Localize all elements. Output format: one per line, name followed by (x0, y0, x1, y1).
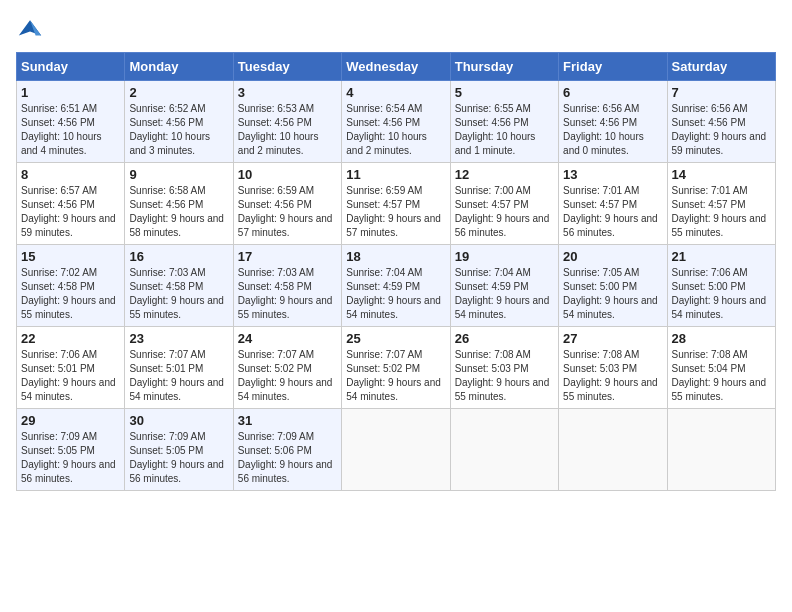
day-number: 21 (672, 249, 771, 264)
day-info: Sunrise: 6:59 AMSunset: 4:57 PMDaylight:… (346, 184, 445, 240)
calendar-cell: 23Sunrise: 7:07 AMSunset: 5:01 PMDayligh… (125, 327, 233, 409)
day-number: 10 (238, 167, 337, 182)
calendar-cell: 4Sunrise: 6:54 AMSunset: 4:56 PMDaylight… (342, 81, 450, 163)
calendar-cell: 2Sunrise: 6:52 AMSunset: 4:56 PMDaylight… (125, 81, 233, 163)
day-number: 12 (455, 167, 554, 182)
calendar-cell: 1Sunrise: 6:51 AMSunset: 4:56 PMDaylight… (17, 81, 125, 163)
calendar-cell: 19Sunrise: 7:04 AMSunset: 4:59 PMDayligh… (450, 245, 558, 327)
calendar-cell (450, 409, 558, 491)
day-info: Sunrise: 7:04 AMSunset: 4:59 PMDaylight:… (455, 266, 554, 322)
calendar-cell: 5Sunrise: 6:55 AMSunset: 4:56 PMDaylight… (450, 81, 558, 163)
calendar-cell: 11Sunrise: 6:59 AMSunset: 4:57 PMDayligh… (342, 163, 450, 245)
day-number: 7 (672, 85, 771, 100)
calendar-cell: 21Sunrise: 7:06 AMSunset: 5:00 PMDayligh… (667, 245, 775, 327)
calendar-cell: 9Sunrise: 6:58 AMSunset: 4:56 PMDaylight… (125, 163, 233, 245)
day-info: Sunrise: 7:03 AMSunset: 4:58 PMDaylight:… (129, 266, 228, 322)
day-info: Sunrise: 7:01 AMSunset: 4:57 PMDaylight:… (563, 184, 662, 240)
logo (16, 16, 48, 44)
day-info: Sunrise: 7:09 AMSunset: 5:05 PMDaylight:… (129, 430, 228, 486)
day-info: Sunrise: 7:06 AMSunset: 5:00 PMDaylight:… (672, 266, 771, 322)
calendar-week-row: 1Sunrise: 6:51 AMSunset: 4:56 PMDaylight… (17, 81, 776, 163)
day-info: Sunrise: 6:55 AMSunset: 4:56 PMDaylight:… (455, 102, 554, 158)
day-number: 1 (21, 85, 120, 100)
calendar-cell: 6Sunrise: 6:56 AMSunset: 4:56 PMDaylight… (559, 81, 667, 163)
day-number: 23 (129, 331, 228, 346)
calendar-cell: 17Sunrise: 7:03 AMSunset: 4:58 PMDayligh… (233, 245, 341, 327)
logo-icon (16, 16, 44, 44)
day-info: Sunrise: 6:59 AMSunset: 4:56 PMDaylight:… (238, 184, 337, 240)
day-info: Sunrise: 7:08 AMSunset: 5:03 PMDaylight:… (455, 348, 554, 404)
day-number: 19 (455, 249, 554, 264)
day-info: Sunrise: 7:07 AMSunset: 5:02 PMDaylight:… (346, 348, 445, 404)
calendar-cell: 10Sunrise: 6:59 AMSunset: 4:56 PMDayligh… (233, 163, 341, 245)
day-number: 9 (129, 167, 228, 182)
calendar-week-row: 8Sunrise: 6:57 AMSunset: 4:56 PMDaylight… (17, 163, 776, 245)
calendar-week-row: 15Sunrise: 7:02 AMSunset: 4:58 PMDayligh… (17, 245, 776, 327)
day-info: Sunrise: 6:54 AMSunset: 4:56 PMDaylight:… (346, 102, 445, 158)
day-number: 13 (563, 167, 662, 182)
calendar-cell: 13Sunrise: 7:01 AMSunset: 4:57 PMDayligh… (559, 163, 667, 245)
day-info: Sunrise: 6:51 AMSunset: 4:56 PMDaylight:… (21, 102, 120, 158)
day-info: Sunrise: 7:09 AMSunset: 5:06 PMDaylight:… (238, 430, 337, 486)
calendar-cell: 15Sunrise: 7:02 AMSunset: 4:58 PMDayligh… (17, 245, 125, 327)
day-info: Sunrise: 7:04 AMSunset: 4:59 PMDaylight:… (346, 266, 445, 322)
day-info: Sunrise: 6:57 AMSunset: 4:56 PMDaylight:… (21, 184, 120, 240)
calendar-table: SundayMondayTuesdayWednesdayThursdayFrid… (16, 52, 776, 491)
day-info: Sunrise: 6:56 AMSunset: 4:56 PMDaylight:… (672, 102, 771, 158)
column-header-saturday: Saturday (667, 53, 775, 81)
day-number: 6 (563, 85, 662, 100)
day-number: 8 (21, 167, 120, 182)
day-info: Sunrise: 7:09 AMSunset: 5:05 PMDaylight:… (21, 430, 120, 486)
day-number: 31 (238, 413, 337, 428)
day-number: 28 (672, 331, 771, 346)
calendar-cell: 16Sunrise: 7:03 AMSunset: 4:58 PMDayligh… (125, 245, 233, 327)
column-header-sunday: Sunday (17, 53, 125, 81)
calendar-cell (667, 409, 775, 491)
column-header-thursday: Thursday (450, 53, 558, 81)
day-info: Sunrise: 7:08 AMSunset: 5:03 PMDaylight:… (563, 348, 662, 404)
day-info: Sunrise: 6:58 AMSunset: 4:56 PMDaylight:… (129, 184, 228, 240)
calendar-cell: 27Sunrise: 7:08 AMSunset: 5:03 PMDayligh… (559, 327, 667, 409)
day-number: 27 (563, 331, 662, 346)
day-info: Sunrise: 7:03 AMSunset: 4:58 PMDaylight:… (238, 266, 337, 322)
column-header-tuesday: Tuesday (233, 53, 341, 81)
day-number: 11 (346, 167, 445, 182)
day-info: Sunrise: 6:56 AMSunset: 4:56 PMDaylight:… (563, 102, 662, 158)
column-header-friday: Friday (559, 53, 667, 81)
calendar-cell: 8Sunrise: 6:57 AMSunset: 4:56 PMDaylight… (17, 163, 125, 245)
day-info: Sunrise: 7:06 AMSunset: 5:01 PMDaylight:… (21, 348, 120, 404)
calendar-week-row: 22Sunrise: 7:06 AMSunset: 5:01 PMDayligh… (17, 327, 776, 409)
day-number: 25 (346, 331, 445, 346)
day-info: Sunrise: 6:53 AMSunset: 4:56 PMDaylight:… (238, 102, 337, 158)
calendar-cell: 7Sunrise: 6:56 AMSunset: 4:56 PMDaylight… (667, 81, 775, 163)
day-info: Sunrise: 7:00 AMSunset: 4:57 PMDaylight:… (455, 184, 554, 240)
day-number: 3 (238, 85, 337, 100)
day-info: Sunrise: 7:08 AMSunset: 5:04 PMDaylight:… (672, 348, 771, 404)
calendar-cell: 18Sunrise: 7:04 AMSunset: 4:59 PMDayligh… (342, 245, 450, 327)
calendar-cell: 28Sunrise: 7:08 AMSunset: 5:04 PMDayligh… (667, 327, 775, 409)
calendar-cell: 31Sunrise: 7:09 AMSunset: 5:06 PMDayligh… (233, 409, 341, 491)
day-number: 4 (346, 85, 445, 100)
column-header-monday: Monday (125, 53, 233, 81)
calendar-cell: 30Sunrise: 7:09 AMSunset: 5:05 PMDayligh… (125, 409, 233, 491)
day-number: 2 (129, 85, 228, 100)
day-number: 5 (455, 85, 554, 100)
calendar-cell: 22Sunrise: 7:06 AMSunset: 5:01 PMDayligh… (17, 327, 125, 409)
day-number: 17 (238, 249, 337, 264)
calendar-cell: 29Sunrise: 7:09 AMSunset: 5:05 PMDayligh… (17, 409, 125, 491)
day-number: 15 (21, 249, 120, 264)
day-info: Sunrise: 7:01 AMSunset: 4:57 PMDaylight:… (672, 184, 771, 240)
calendar-week-row: 29Sunrise: 7:09 AMSunset: 5:05 PMDayligh… (17, 409, 776, 491)
calendar-cell: 26Sunrise: 7:08 AMSunset: 5:03 PMDayligh… (450, 327, 558, 409)
calendar-cell: 14Sunrise: 7:01 AMSunset: 4:57 PMDayligh… (667, 163, 775, 245)
day-number: 18 (346, 249, 445, 264)
day-number: 22 (21, 331, 120, 346)
column-header-wednesday: Wednesday (342, 53, 450, 81)
day-info: Sunrise: 7:07 AMSunset: 5:01 PMDaylight:… (129, 348, 228, 404)
calendar-cell: 20Sunrise: 7:05 AMSunset: 5:00 PMDayligh… (559, 245, 667, 327)
day-number: 30 (129, 413, 228, 428)
day-number: 20 (563, 249, 662, 264)
day-number: 16 (129, 249, 228, 264)
calendar-cell (559, 409, 667, 491)
day-info: Sunrise: 6:52 AMSunset: 4:56 PMDaylight:… (129, 102, 228, 158)
